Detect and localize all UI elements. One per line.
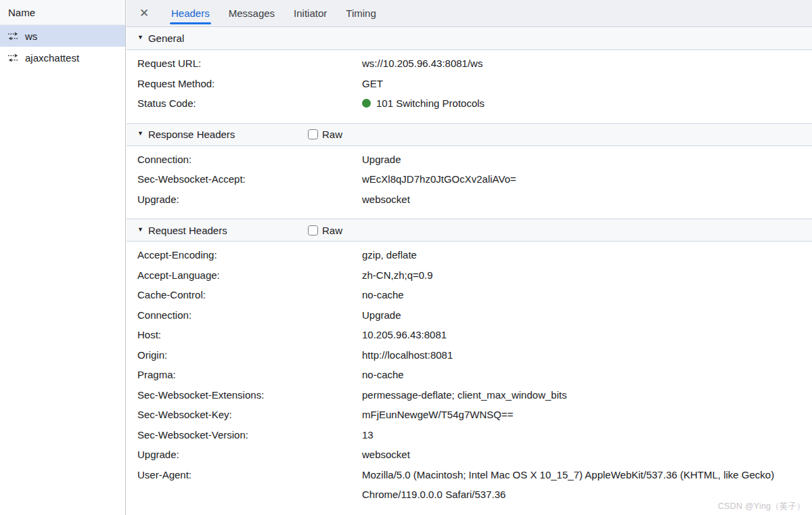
tab-messages[interactable]: Messages (229, 0, 275, 26)
header-value-text: Upgrade (362, 154, 401, 165)
header-value: mFjEunNewgeW/T54g7WNSQ== (362, 405, 812, 425)
header-key: Request URL: (137, 53, 362, 74)
request-list-item-ajaxchattest[interactable]: ajaxchattest (0, 47, 125, 68)
header-value: Upgrade (362, 305, 812, 326)
header-key: Accept-Encoding: (137, 245, 362, 265)
section-body: Connection: Upgrade Sec-Websocket-Accept… (127, 146, 812, 219)
header-key: Connection: (137, 305, 362, 326)
header-value: permessage-deflate; client_max_window_bi… (362, 385, 812, 405)
header-value-text: Mozilla/5.0 (Macintosh; Intel Mac OS X 1… (362, 469, 774, 501)
header-key: Pragma: (137, 365, 362, 385)
header-key: Request Method: (137, 74, 362, 94)
headers-section: ▼ General Request URL: ws://10.205.96.43… (127, 27, 812, 123)
header-row: Connection: Upgrade (127, 305, 812, 326)
header-value-text: 101 Switching Protocols (376, 97, 484, 109)
header-value: websocket (362, 445, 812, 465)
header-row: Accept-Encoding: gzip, deflate (127, 245, 812, 265)
header-row: Status Code: 101 Switching Protocols (127, 93, 812, 114)
request-list-item-ws[interactable]: ws (0, 25, 125, 47)
section-header[interactable]: ▼ Response Headers Raw (127, 123, 812, 146)
header-value: Upgrade (362, 150, 812, 170)
header-value: no-cache (362, 285, 812, 305)
header-row: User-Agent: Mozilla/5.0 (Macintosh; Inte… (127, 465, 812, 505)
header-value: GET (362, 74, 812, 94)
raw-checkbox[interactable] (308, 129, 318, 139)
header-value-text: no-cache (362, 369, 404, 380)
devtools-network-panel: Name ws ajaxchattest ✕ HeadersMessagesIn… (0, 0, 812, 515)
section-header[interactable]: ▼ Request Headers Raw (127, 219, 812, 242)
header-value-text: 10.205.96.43:8081 (362, 329, 447, 340)
header-value-text: gzip, deflate (362, 249, 417, 261)
tab-initiator[interactable]: Initiator (294, 0, 327, 26)
collapse-triangle-icon[interactable]: ▼ (137, 26, 143, 49)
header-value-text: zh-CN,zh;q=0.9 (362, 269, 433, 281)
header-value: wEcXl8qJD7hz0JtGOcXv2aliAVo= (362, 169, 812, 189)
header-value-text: no-cache (362, 289, 404, 300)
header-key: Status Code: (137, 93, 362, 114)
header-key: Origin: (137, 345, 362, 365)
header-row: Connection: Upgrade (127, 150, 812, 170)
request-details-pane: ✕ HeadersMessagesInitiatorTiming ▼ Gener… (127, 0, 812, 515)
header-value: http://localhost:8081 (362, 345, 812, 365)
header-key: Accept-Language: (137, 265, 362, 286)
header-value: ws://10.205.96.43:8081/ws (362, 53, 812, 74)
header-row: Request Method: GET (127, 74, 812, 94)
header-value-text: ws://10.205.96.43:8081/ws (362, 58, 482, 69)
websocket-icon (7, 53, 19, 62)
raw-checkbox[interactable] (308, 225, 318, 236)
raw-toggle[interactable]: Raw (308, 124, 342, 145)
header-value: zh-CN,zh;q=0.9 (362, 265, 812, 286)
header-row: Upgrade: websocket (127, 445, 812, 465)
status-dot-icon (362, 99, 371, 108)
header-value-text: permessage-deflate; client_max_window_bi… (362, 389, 567, 401)
name-column-header[interactable]: Name (0, 0, 125, 25)
headers-section: ▼ Request Headers Raw Accept-Encoding: g… (127, 219, 812, 514)
section-body: Accept-Encoding: gzip, deflate Accept-La… (127, 242, 812, 514)
close-icon[interactable]: ✕ (136, 0, 152, 26)
section-body: Request URL: ws://10.205.96.43:8081/ws R… (127, 50, 812, 123)
header-value-text: wEcXl8qJD7hz0JtGOcXv2aliAVo= (362, 173, 516, 185)
header-row: Sec-Websocket-Key: mFjEunNewgeW/T54g7WNS… (127, 405, 812, 425)
raw-toggle[interactable]: Raw (308, 219, 342, 241)
section-title: Request Headers (148, 219, 227, 242)
header-value: 13 (362, 425, 812, 445)
header-row: Cache-Control: no-cache (127, 285, 812, 305)
header-key: Cache-Control: (137, 285, 362, 305)
header-row: Request URL: ws://10.205.96.43:8081/ws (127, 53, 812, 74)
header-key: User-Agent: (137, 465, 362, 505)
header-value-text: GET (362, 78, 383, 89)
header-key: Sec-Websocket-Extensions: (137, 385, 362, 405)
collapse-triangle-icon[interactable]: ▼ (137, 219, 143, 241)
headers-section: ▼ Response Headers Raw Connection: Upgra… (127, 123, 812, 219)
collapse-triangle-icon[interactable]: ▼ (137, 122, 143, 145)
request-name-label: ws (25, 30, 37, 42)
websocket-icon (7, 32, 19, 41)
request-list: ws ajaxchattest (0, 25, 125, 68)
header-key: Connection: (137, 150, 362, 170)
raw-label: Raw (322, 219, 342, 242)
header-key: Sec-Websocket-Key: (137, 405, 362, 425)
header-row: Upgrade: websocket (127, 189, 812, 210)
header-row: Pragma: no-cache (127, 365, 812, 385)
header-row: Accept-Language: zh-CN,zh;q=0.9 (127, 265, 812, 286)
header-value-text: websocket (362, 449, 410, 460)
tab-strip: ✕ HeadersMessagesInitiatorTiming (127, 0, 812, 27)
header-value: Mozilla/5.0 (Macintosh; Intel Mac OS X 1… (362, 465, 812, 505)
header-row: Host: 10.205.96.43:8081 (127, 325, 812, 345)
header-key: Host: (137, 325, 362, 345)
header-value-text: Upgrade (362, 309, 401, 321)
section-title: General (148, 27, 184, 49)
tab-headers[interactable]: Headers (171, 0, 210, 26)
header-value-text: mFjEunNewgeW/T54g7WNSQ== (362, 409, 513, 420)
section-header[interactable]: ▼ General (127, 27, 812, 50)
tab-timing[interactable]: Timing (346, 0, 376, 26)
header-value: websocket (362, 189, 812, 210)
header-value: 10.205.96.43:8081 (362, 325, 812, 345)
header-row: Sec-Websocket-Accept: wEcXl8qJD7hz0JtGOc… (127, 169, 812, 189)
request-list-sidebar: Name ws ajaxchattest (0, 0, 126, 515)
raw-label: Raw (322, 123, 342, 145)
header-row: Sec-Websocket-Version: 13 (127, 425, 812, 445)
header-value: gzip, deflate (362, 245, 812, 265)
section-title: Response Headers (148, 123, 235, 145)
headers-sections: ▼ General Request URL: ws://10.205.96.43… (127, 27, 812, 514)
